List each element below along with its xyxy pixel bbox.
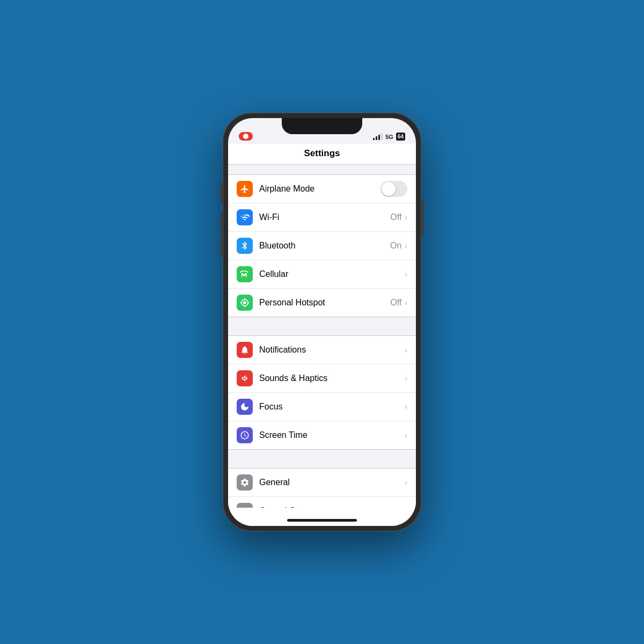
toggle-knob bbox=[382, 182, 396, 196]
airplane-mode-toggle[interactable] bbox=[380, 181, 407, 197]
airplane-mode-label: Airplane Mode bbox=[259, 184, 380, 194]
screen-time-icon bbox=[237, 427, 253, 443]
settings-group-general: General › Control Center › bbox=[228, 468, 416, 508]
settings-row-screen-time[interactable]: Screen Time › bbox=[228, 421, 416, 449]
bluetooth-icon bbox=[237, 238, 253, 254]
page-title: Settings bbox=[228, 148, 416, 159]
bluetooth-svg bbox=[240, 241, 250, 251]
signal-bars bbox=[373, 133, 383, 140]
settings-group-notifications: Notifications › Sounds & Haptics › bbox=[228, 335, 416, 450]
airplane-svg bbox=[240, 184, 250, 194]
hotspot-value: Off bbox=[390, 298, 401, 308]
wifi-icon bbox=[237, 209, 253, 225]
general-chevron: › bbox=[405, 478, 407, 487]
settings-row-airplane-mode[interactable]: Airplane Mode bbox=[228, 175, 416, 203]
general-icon bbox=[237, 474, 253, 491]
sounds-chevron: › bbox=[405, 374, 407, 383]
screen-time-label: Screen Time bbox=[259, 430, 405, 440]
cellular-label: Cellular bbox=[259, 269, 405, 279]
hotspot-chevron: › bbox=[405, 298, 407, 307]
spacer-1 bbox=[228, 317, 416, 335]
record-dot bbox=[243, 134, 248, 139]
status-left bbox=[239, 132, 253, 141]
settings-row-control-center[interactable]: Control Center › bbox=[228, 497, 416, 508]
home-bar bbox=[287, 519, 357, 522]
page-title-bar: Settings bbox=[228, 144, 416, 165]
general-svg bbox=[240, 478, 250, 487]
wifi-svg bbox=[240, 213, 250, 222]
signal-bar-2 bbox=[376, 136, 377, 140]
battery: 64 bbox=[396, 133, 405, 141]
hotspot-label: Personal Hotspot bbox=[259, 298, 390, 308]
settings-scroll[interactable]: Airplane Mode Wi-Fi Off › bbox=[228, 165, 416, 508]
network-type: 5G bbox=[385, 134, 393, 140]
notifications-label: Notifications bbox=[259, 345, 405, 355]
settings-row-general[interactable]: General › bbox=[228, 469, 416, 497]
hotspot-icon bbox=[237, 295, 253, 311]
signal-bar-4 bbox=[381, 133, 383, 140]
settings-row-wifi[interactable]: Wi-Fi Off › bbox=[228, 203, 416, 232]
notch bbox=[282, 118, 362, 134]
sounds-icon bbox=[237, 370, 253, 386]
notifications-svg bbox=[240, 345, 250, 355]
control-center-label: Control Center bbox=[259, 506, 405, 508]
cellular-icon bbox=[237, 266, 253, 282]
airplane-mode-icon bbox=[237, 181, 253, 197]
settings-row-focus[interactable]: Focus › bbox=[228, 393, 416, 421]
settings-row-bluetooth[interactable]: Bluetooth On › bbox=[228, 232, 416, 260]
bluetooth-label: Bluetooth bbox=[259, 241, 390, 251]
focus-chevron: › bbox=[405, 402, 407, 411]
focus-icon bbox=[237, 399, 253, 415]
notifications-icon bbox=[237, 342, 253, 358]
hotspot-svg bbox=[240, 298, 250, 308]
focus-svg bbox=[240, 402, 250, 412]
control-center-chevron: › bbox=[405, 507, 407, 508]
home-indicator bbox=[228, 508, 416, 526]
screen-time-svg bbox=[240, 430, 250, 440]
phone-screen: 5G 64 Settings Airplan bbox=[228, 118, 416, 526]
status-right: 5G 64 bbox=[373, 133, 405, 141]
sounds-svg bbox=[240, 374, 250, 383]
settings-row-notifications[interactable]: Notifications › bbox=[228, 336, 416, 364]
control-center-svg bbox=[240, 506, 250, 508]
screen-time-chevron: › bbox=[405, 431, 407, 440]
phone-frame: 5G 64 Settings Airplan bbox=[223, 113, 421, 531]
record-indicator bbox=[239, 132, 253, 141]
bluetooth-chevron: › bbox=[405, 241, 407, 250]
wifi-value: Off bbox=[390, 213, 401, 222]
settings-row-cellular[interactable]: Cellular › bbox=[228, 260, 416, 289]
bluetooth-value: On bbox=[390, 241, 401, 251]
settings-group-connectivity: Airplane Mode Wi-Fi Off › bbox=[228, 174, 416, 317]
signal-bar-1 bbox=[373, 138, 375, 140]
cellular-chevron: › bbox=[405, 270, 407, 279]
signal-bar-3 bbox=[378, 135, 380, 140]
settings-row-hotspot[interactable]: Personal Hotspot Off › bbox=[228, 289, 416, 317]
control-center-icon bbox=[237, 503, 253, 508]
focus-label: Focus bbox=[259, 402, 405, 412]
settings-row-sounds[interactable]: Sounds & Haptics › bbox=[228, 364, 416, 393]
wifi-label: Wi-Fi bbox=[259, 213, 390, 222]
wifi-chevron: › bbox=[405, 213, 407, 222]
notifications-chevron: › bbox=[405, 346, 407, 354]
spacer-2 bbox=[228, 450, 416, 468]
sounds-label: Sounds & Haptics bbox=[259, 374, 405, 383]
cellular-svg bbox=[240, 269, 250, 279]
general-label: General bbox=[259, 478, 405, 487]
